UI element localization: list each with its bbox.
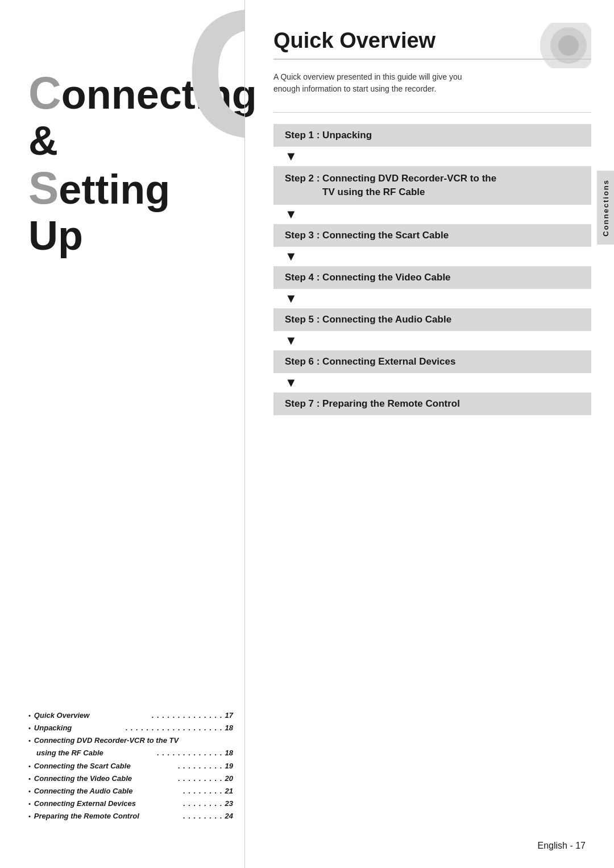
- toc-item: • Connecting the Video Cable . . . . . .…: [28, 772, 233, 785]
- toc-section: • Quick Overview . . . . . . . . . . . .…: [28, 709, 233, 822]
- toc-page: 17: [225, 709, 233, 722]
- toc-page: 23: [225, 797, 233, 810]
- step-5-label: Step 5 : Connecting the Audio Cable: [285, 314, 451, 325]
- step-3-label: Step 3 : Connecting the Scart Cable: [285, 230, 449, 241]
- toc-item: • Connecting DVD Recorder-VCR to the TV: [28, 734, 233, 747]
- toc-label-preparing-remote[interactable]: Preparing the Remote Control: [34, 810, 181, 822]
- toc-label-connecting-audio[interactable]: Connecting the Audio Cable: [34, 785, 181, 797]
- toc-dots: . . . . . . . . . . . . .: [157, 747, 222, 759]
- toc-dots: . . . . . . . . .: [178, 772, 222, 785]
- toc-page: 20: [225, 772, 233, 785]
- toc-item: • Preparing the Remote Control . . . . .…: [28, 810, 233, 822]
- toc-label-connecting-scart[interactable]: Connecting the Scart Cable: [34, 760, 176, 772]
- step-7-label: Step 7 : Preparing the Remote Control: [285, 398, 460, 409]
- connections-label: Connections: [601, 179, 610, 237]
- toc-dots: . . . . . . . . .: [178, 760, 222, 772]
- step-6-arrow: ▼: [273, 375, 591, 390]
- toc-page: 18: [225, 747, 233, 759]
- toc-label[interactable]: using the RF Cable: [36, 747, 155, 759]
- toc-dots: . . . . . . . .: [183, 797, 222, 810]
- toc-bullet: •: [28, 811, 31, 822]
- toc-item: • Connecting the Audio Cable . . . . . .…: [28, 785, 233, 797]
- toc-dots: . . . . . . . . . . . . . .: [152, 709, 223, 722]
- toc-item: • Unpacking . . . . . . . . . . . . . . …: [28, 722, 233, 734]
- overview-line1: A Quick overview presented in this guide…: [273, 72, 462, 81]
- toc-bullet: •: [28, 735, 31, 746]
- title-s-letter: S: [28, 163, 59, 213]
- step-4-arrow: ▼: [273, 291, 591, 306]
- left-decoration-icon: C: [142, 0, 244, 148]
- toc-dots: . . . . . . . .: [183, 810, 222, 822]
- step-1-label: Step 1 : Unpacking: [285, 130, 372, 140]
- toc-item: • Quick Overview . . . . . . . . . . . .…: [28, 709, 233, 722]
- title-c-letter: C: [28, 68, 61, 118]
- toc-label-connecting-external[interactable]: Connecting External Devices: [34, 797, 181, 810]
- toc-page: 24: [225, 810, 233, 822]
- step-2-label: Step 2 : Connecting DVD Recorder-VCR to …: [285, 173, 496, 197]
- step-3-arrow: ▼: [273, 249, 591, 264]
- steps-container: Step 1 : Unpacking ▼ Step 2 : Connecting…: [273, 124, 591, 415]
- overview-line2: enough information to start using the re…: [273, 84, 436, 93]
- toc-item: • Connecting the Scart Cable . . . . . .…: [28, 760, 233, 772]
- svg-point-4: [558, 35, 579, 56]
- toc-dots: . . . . . . . .: [183, 785, 222, 797]
- toc-item: using the RF Cable . . . . . . . . . . .…: [28, 747, 233, 759]
- step-1-arrow: ▼: [273, 149, 591, 164]
- toc-page: 21: [225, 785, 233, 797]
- left-panel: C Connecting & Setting Up • Quick Overvi…: [0, 0, 244, 868]
- toc-bullet: •: [28, 723, 31, 734]
- section-divider: [273, 112, 591, 113]
- page-number: English - 17: [538, 841, 586, 851]
- toc-bullet: •: [28, 710, 31, 721]
- toc-bullet: •: [28, 761, 31, 772]
- toc-bullet: •: [28, 799, 31, 809]
- step-2-arrow: ▼: [273, 207, 591, 222]
- toc-label[interactable]: Connecting DVD Recorder-VCR to the TV: [34, 734, 233, 747]
- step-6-external[interactable]: Step 6 : Connecting External Devices: [273, 350, 591, 373]
- toc-bullet: •: [28, 786, 31, 797]
- right-decoration-icon: [523, 23, 591, 68]
- toc-bullet: •: [28, 774, 31, 784]
- toc-item: • Connecting External Devices . . . . . …: [28, 797, 233, 810]
- toc-label[interactable]: Unpacking: [34, 722, 123, 734]
- quick-overview-header: Quick Overview: [273, 28, 591, 60]
- step-1-unpacking[interactable]: Step 1 : Unpacking: [273, 124, 591, 147]
- connections-tab: Connections: [597, 171, 614, 245]
- toc-dots: . . . . . . . . . . . . . . . . . . .: [126, 722, 223, 734]
- step-7-remote[interactable]: Step 7 : Preparing the Remote Control: [273, 392, 591, 415]
- toc-page: 19: [225, 760, 233, 772]
- step-3-scart[interactable]: Step 3 : Connecting the Scart Cable: [273, 224, 591, 247]
- step-4-video[interactable]: Step 4 : Connecting the Video Cable: [273, 266, 591, 289]
- step-5-audio[interactable]: Step 5 : Connecting the Audio Cable: [273, 308, 591, 331]
- right-panel: Quick Overview A Quick overview presente…: [245, 0, 614, 868]
- step-4-label: Step 4 : Connecting the Video Cable: [285, 272, 451, 283]
- toc-label[interactable]: Quick Overview: [34, 709, 150, 722]
- toc-page: 18: [225, 722, 233, 734]
- svg-text:C: C: [184, 0, 244, 148]
- overview-description: A Quick overview presented in this guide…: [273, 71, 591, 95]
- toc-label-connecting-video[interactable]: Connecting the Video Cable: [34, 772, 176, 785]
- step-2-dvd-connect[interactable]: Step 2 : Connecting DVD Recorder-VCR to …: [273, 166, 591, 205]
- step-6-label: Step 6 : Connecting External Devices: [285, 356, 455, 367]
- step-5-arrow: ▼: [273, 333, 591, 348]
